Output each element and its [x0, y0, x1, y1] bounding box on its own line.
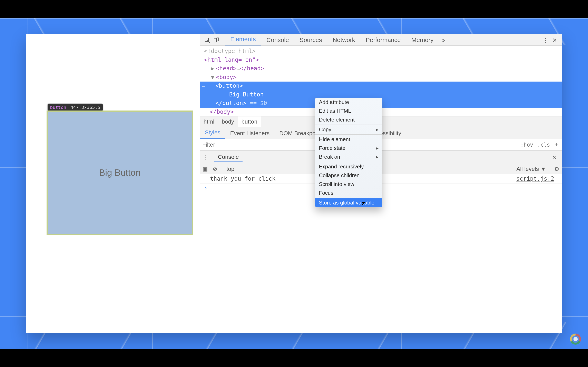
dom-doctype[interactable]: <!doctype html>: [204, 47, 562, 56]
breadcrumb-body[interactable]: body: [218, 117, 238, 127]
tooltip-tagname: button: [50, 105, 66, 110]
context-menu-label: Focus: [319, 190, 333, 196]
svg-rect-2: [217, 38, 218, 41]
close-devtools-icon[interactable]: ✕: [550, 36, 559, 45]
context-menu-item[interactable]: Force state▶: [315, 144, 382, 152]
presentation-background: button 447.3×365.5 Big Button: [0, 18, 588, 349]
context-menu-label: Hide element: [319, 136, 350, 142]
more-tabs-icon[interactable]: »: [439, 36, 448, 45]
context-menu-label: Expand recursively: [319, 164, 364, 170]
svg-rect-1: [214, 38, 217, 42]
cls-toggle[interactable]: .cls: [537, 142, 550, 148]
context-menu-label: Delete element: [319, 117, 355, 123]
context-menu-label: Collapse children: [319, 172, 360, 179]
context-menu-label: Copy: [319, 126, 331, 133]
styles-tab-styles[interactable]: Styles: [200, 127, 225, 139]
hov-toggle[interactable]: :hov: [520, 142, 533, 148]
context-menu-item[interactable]: Add attribute: [315, 98, 382, 107]
context-menu-item[interactable]: Store as global variable: [315, 198, 382, 207]
context-menu-label: Break on: [319, 154, 340, 160]
context-menu-item[interactable]: Copy▶: [315, 125, 382, 134]
execution-context[interactable]: top: [226, 166, 234, 172]
console-settings-icon[interactable]: ⚙: [554, 166, 559, 172]
console-log-source[interactable]: script.js:2: [415, 174, 562, 184]
rendered-page-pane: button 447.3×365.5 Big Button: [26, 34, 200, 333]
browser-window: button 447.3×365.5 Big Button: [26, 34, 562, 333]
context-menu-item[interactable]: Break on▶: [315, 152, 382, 161]
selected-gutter-icon[interactable]: …: [202, 82, 205, 89]
context-menu-item[interactable]: Collapse children: [315, 171, 382, 180]
submenu-arrow-icon: ▶: [376, 146, 379, 150]
context-menu: Add attributeEdit as HTMLDelete elementC…: [315, 98, 382, 207]
chrome-logo-icon: [570, 334, 581, 345]
dom-html-open[interactable]: <html lang="en">: [204, 56, 562, 64]
element-inspect-tooltip: button 447.3×365.5: [48, 104, 103, 111]
tooltip-dimensions: 447.3×365.5: [68, 105, 100, 110]
tab-performance[interactable]: Performance: [360, 34, 406, 45]
drawer-close-icon[interactable]: ✕: [549, 154, 559, 161]
context-menu-item[interactable]: Scroll into view: [315, 180, 382, 189]
tab-memory[interactable]: Memory: [406, 34, 439, 45]
submenu-arrow-icon: ▶: [376, 155, 379, 159]
dom-head[interactable]: ▶<head>…</head>: [204, 64, 562, 73]
device-toggle-icon[interactable]: [212, 36, 221, 45]
drawer-kebab-icon[interactable]: ⋮: [202, 154, 208, 161]
context-menu-label: Scroll into view: [319, 181, 354, 187]
context-menu-label: Add attribute: [319, 99, 349, 105]
devtools-toolbar: Elements Console Sources Network Perform…: [200, 34, 562, 46]
styles-tab-eventlisteners[interactable]: Event Listeners: [225, 128, 274, 139]
log-levels-select[interactable]: All levels ▼: [516, 166, 546, 172]
breadcrumb-button[interactable]: button: [238, 117, 261, 127]
clear-console-icon[interactable]: ⊘: [213, 166, 217, 172]
inspect-icon[interactable]: [203, 36, 212, 45]
submenu-arrow-icon: ▶: [376, 127, 379, 132]
big-button-label: Big Button: [99, 167, 140, 178]
tab-console[interactable]: Console: [261, 34, 294, 45]
context-menu-item[interactable]: Delete element: [315, 115, 382, 124]
tab-elements[interactable]: Elements: [225, 34, 261, 45]
context-menu-label: Store as global variable: [319, 200, 374, 206]
dom-body-close[interactable]: </body>: [204, 108, 562, 117]
breadcrumb-html[interactable]: html: [200, 117, 218, 127]
tab-sources[interactable]: Sources: [294, 34, 327, 45]
context-menu-item[interactable]: Edit as HTML: [315, 107, 382, 115]
context-menu-item[interactable]: Focus: [315, 189, 382, 197]
context-menu-label: Edit as HTML: [319, 108, 351, 114]
context-menu-label: Force state: [319, 145, 346, 151]
kebab-menu-icon[interactable]: ⋮: [541, 36, 550, 45]
drawer-tab-console[interactable]: Console: [214, 152, 242, 162]
context-menu-item[interactable]: Expand recursively: [315, 162, 382, 171]
context-menu-item[interactable]: Hide element: [315, 135, 382, 144]
new-style-rule-icon[interactable]: ＋: [553, 141, 559, 149]
dom-body-open[interactable]: ▼<body>: [204, 73, 562, 82]
tab-network[interactable]: Network: [327, 34, 360, 45]
big-button-element[interactable]: Big Button: [47, 110, 193, 235]
execute-icon[interactable]: ▣: [203, 166, 208, 172]
